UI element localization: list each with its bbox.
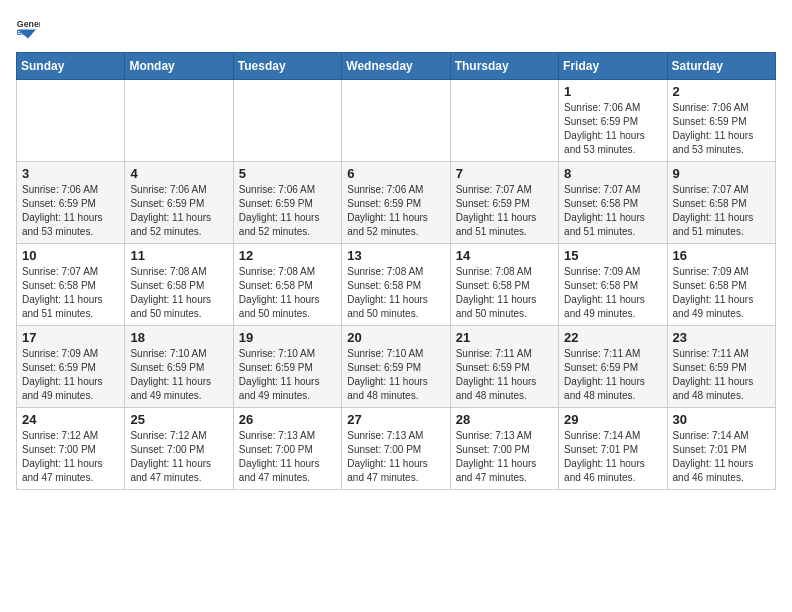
- calendar-week-row-2: 3Sunrise: 7:06 AM Sunset: 6:59 PM Daylig…: [17, 162, 776, 244]
- calendar-cell: 19Sunrise: 7:10 AM Sunset: 6:59 PM Dayli…: [233, 326, 341, 408]
- day-number: 12: [239, 248, 336, 263]
- day-info: Sunrise: 7:06 AM Sunset: 6:59 PM Dayligh…: [347, 183, 444, 239]
- day-number: 10: [22, 248, 119, 263]
- day-number: 16: [673, 248, 770, 263]
- calendar-cell: 23Sunrise: 7:11 AM Sunset: 6:59 PM Dayli…: [667, 326, 775, 408]
- calendar-week-row-3: 10Sunrise: 7:07 AM Sunset: 6:58 PM Dayli…: [17, 244, 776, 326]
- weekday-header-friday: Friday: [559, 53, 667, 80]
- day-info: Sunrise: 7:06 AM Sunset: 6:59 PM Dayligh…: [564, 101, 661, 157]
- calendar-cell: 8Sunrise: 7:07 AM Sunset: 6:58 PM Daylig…: [559, 162, 667, 244]
- weekday-header-sunday: Sunday: [17, 53, 125, 80]
- day-info: Sunrise: 7:11 AM Sunset: 6:59 PM Dayligh…: [673, 347, 770, 403]
- day-number: 29: [564, 412, 661, 427]
- calendar-table: SundayMondayTuesdayWednesdayThursdayFrid…: [16, 52, 776, 490]
- weekday-header-thursday: Thursday: [450, 53, 558, 80]
- day-number: 5: [239, 166, 336, 181]
- calendar-week-row-5: 24Sunrise: 7:12 AM Sunset: 7:00 PM Dayli…: [17, 408, 776, 490]
- calendar-cell: [450, 80, 558, 162]
- calendar-cell: 30Sunrise: 7:14 AM Sunset: 7:01 PM Dayli…: [667, 408, 775, 490]
- calendar-cell: 20Sunrise: 7:10 AM Sunset: 6:59 PM Dayli…: [342, 326, 450, 408]
- page-header: General Blue: [16, 16, 776, 40]
- logo-icon: General Blue: [16, 16, 40, 40]
- calendar-cell: 28Sunrise: 7:13 AM Sunset: 7:00 PM Dayli…: [450, 408, 558, 490]
- day-number: 7: [456, 166, 553, 181]
- calendar-cell: 29Sunrise: 7:14 AM Sunset: 7:01 PM Dayli…: [559, 408, 667, 490]
- day-info: Sunrise: 7:07 AM Sunset: 6:58 PM Dayligh…: [22, 265, 119, 321]
- day-info: Sunrise: 7:08 AM Sunset: 6:58 PM Dayligh…: [347, 265, 444, 321]
- day-info: Sunrise: 7:07 AM Sunset: 6:58 PM Dayligh…: [673, 183, 770, 239]
- calendar-cell: 6Sunrise: 7:06 AM Sunset: 6:59 PM Daylig…: [342, 162, 450, 244]
- day-info: Sunrise: 7:10 AM Sunset: 6:59 PM Dayligh…: [347, 347, 444, 403]
- day-number: 20: [347, 330, 444, 345]
- day-info: Sunrise: 7:08 AM Sunset: 6:58 PM Dayligh…: [456, 265, 553, 321]
- day-number: 8: [564, 166, 661, 181]
- day-number: 27: [347, 412, 444, 427]
- day-info: Sunrise: 7:08 AM Sunset: 6:58 PM Dayligh…: [130, 265, 227, 321]
- logo: General Blue: [16, 16, 44, 40]
- day-info: Sunrise: 7:12 AM Sunset: 7:00 PM Dayligh…: [130, 429, 227, 485]
- calendar-cell: 4Sunrise: 7:06 AM Sunset: 6:59 PM Daylig…: [125, 162, 233, 244]
- calendar-cell: [17, 80, 125, 162]
- day-info: Sunrise: 7:06 AM Sunset: 6:59 PM Dayligh…: [239, 183, 336, 239]
- day-info: Sunrise: 7:11 AM Sunset: 6:59 PM Dayligh…: [456, 347, 553, 403]
- calendar-cell: 7Sunrise: 7:07 AM Sunset: 6:59 PM Daylig…: [450, 162, 558, 244]
- day-info: Sunrise: 7:14 AM Sunset: 7:01 PM Dayligh…: [673, 429, 770, 485]
- calendar-cell: 13Sunrise: 7:08 AM Sunset: 6:58 PM Dayli…: [342, 244, 450, 326]
- day-info: Sunrise: 7:09 AM Sunset: 6:59 PM Dayligh…: [22, 347, 119, 403]
- calendar-cell: 14Sunrise: 7:08 AM Sunset: 6:58 PM Dayli…: [450, 244, 558, 326]
- calendar-cell: [125, 80, 233, 162]
- day-info: Sunrise: 7:08 AM Sunset: 6:58 PM Dayligh…: [239, 265, 336, 321]
- day-number: 2: [673, 84, 770, 99]
- day-number: 30: [673, 412, 770, 427]
- calendar-week-row-1: 1Sunrise: 7:06 AM Sunset: 6:59 PM Daylig…: [17, 80, 776, 162]
- day-number: 25: [130, 412, 227, 427]
- calendar-cell: 16Sunrise: 7:09 AM Sunset: 6:58 PM Dayli…: [667, 244, 775, 326]
- day-number: 3: [22, 166, 119, 181]
- calendar-cell: 15Sunrise: 7:09 AM Sunset: 6:58 PM Dayli…: [559, 244, 667, 326]
- day-info: Sunrise: 7:13 AM Sunset: 7:00 PM Dayligh…: [456, 429, 553, 485]
- weekday-header-row: SundayMondayTuesdayWednesdayThursdayFrid…: [17, 53, 776, 80]
- day-number: 18: [130, 330, 227, 345]
- calendar-cell: 5Sunrise: 7:06 AM Sunset: 6:59 PM Daylig…: [233, 162, 341, 244]
- day-info: Sunrise: 7:07 AM Sunset: 6:59 PM Dayligh…: [456, 183, 553, 239]
- weekday-header-wednesday: Wednesday: [342, 53, 450, 80]
- calendar-cell: 22Sunrise: 7:11 AM Sunset: 6:59 PM Dayli…: [559, 326, 667, 408]
- calendar-cell: 21Sunrise: 7:11 AM Sunset: 6:59 PM Dayli…: [450, 326, 558, 408]
- calendar-cell: 3Sunrise: 7:06 AM Sunset: 6:59 PM Daylig…: [17, 162, 125, 244]
- day-info: Sunrise: 7:13 AM Sunset: 7:00 PM Dayligh…: [347, 429, 444, 485]
- calendar-cell: 26Sunrise: 7:13 AM Sunset: 7:00 PM Dayli…: [233, 408, 341, 490]
- day-number: 4: [130, 166, 227, 181]
- day-number: 11: [130, 248, 227, 263]
- day-info: Sunrise: 7:06 AM Sunset: 6:59 PM Dayligh…: [22, 183, 119, 239]
- day-number: 9: [673, 166, 770, 181]
- day-number: 21: [456, 330, 553, 345]
- day-info: Sunrise: 7:07 AM Sunset: 6:58 PM Dayligh…: [564, 183, 661, 239]
- day-info: Sunrise: 7:06 AM Sunset: 6:59 PM Dayligh…: [130, 183, 227, 239]
- weekday-header-monday: Monday: [125, 53, 233, 80]
- day-number: 28: [456, 412, 553, 427]
- day-number: 17: [22, 330, 119, 345]
- day-number: 14: [456, 248, 553, 263]
- calendar-cell: 12Sunrise: 7:08 AM Sunset: 6:58 PM Dayli…: [233, 244, 341, 326]
- day-info: Sunrise: 7:14 AM Sunset: 7:01 PM Dayligh…: [564, 429, 661, 485]
- weekday-header-saturday: Saturday: [667, 53, 775, 80]
- svg-text:Blue: Blue: [17, 28, 33, 37]
- day-number: 22: [564, 330, 661, 345]
- day-info: Sunrise: 7:12 AM Sunset: 7:00 PM Dayligh…: [22, 429, 119, 485]
- day-number: 19: [239, 330, 336, 345]
- day-info: Sunrise: 7:06 AM Sunset: 6:59 PM Dayligh…: [673, 101, 770, 157]
- day-number: 13: [347, 248, 444, 263]
- day-info: Sunrise: 7:13 AM Sunset: 7:00 PM Dayligh…: [239, 429, 336, 485]
- calendar-cell: 2Sunrise: 7:06 AM Sunset: 6:59 PM Daylig…: [667, 80, 775, 162]
- calendar-cell: 10Sunrise: 7:07 AM Sunset: 6:58 PM Dayli…: [17, 244, 125, 326]
- calendar-cell: 17Sunrise: 7:09 AM Sunset: 6:59 PM Dayli…: [17, 326, 125, 408]
- calendar-cell: 9Sunrise: 7:07 AM Sunset: 6:58 PM Daylig…: [667, 162, 775, 244]
- day-number: 15: [564, 248, 661, 263]
- calendar-week-row-4: 17Sunrise: 7:09 AM Sunset: 6:59 PM Dayli…: [17, 326, 776, 408]
- day-info: Sunrise: 7:10 AM Sunset: 6:59 PM Dayligh…: [130, 347, 227, 403]
- day-number: 6: [347, 166, 444, 181]
- day-info: Sunrise: 7:11 AM Sunset: 6:59 PM Dayligh…: [564, 347, 661, 403]
- day-number: 1: [564, 84, 661, 99]
- day-number: 23: [673, 330, 770, 345]
- day-number: 24: [22, 412, 119, 427]
